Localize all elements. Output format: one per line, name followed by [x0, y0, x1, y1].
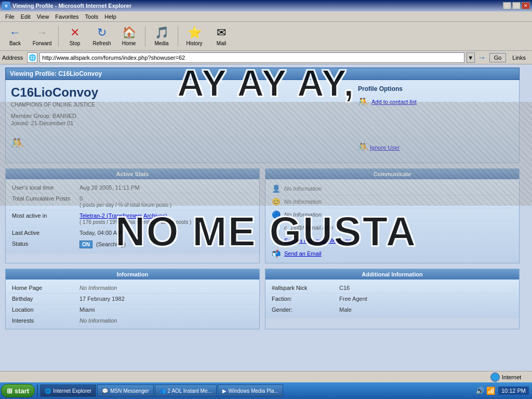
- forward-button[interactable]: → Forward: [29, 23, 55, 49]
- member-group-value: BANNED: [52, 113, 76, 119]
- send-pm-link[interactable]: Send a Personal Message: [284, 237, 351, 244]
- go-button[interactable]: Go: [489, 53, 507, 62]
- send-email-link[interactable]: Send an Email: [284, 250, 322, 257]
- ignore-user-row: 🤼 Ignore User: [358, 142, 514, 152]
- mostactive-link[interactable]: Teletran-2 (Transformers Archives): [79, 212, 167, 219]
- menu-file[interactable]: File: [2, 12, 18, 21]
- comm-val-0: No Information: [284, 185, 322, 192]
- taskbar-item-wmp[interactable]: ▶ Windows Media Pla...: [218, 384, 283, 397]
- address-bar: Address 🌐 ▼ → Go Links: [0, 51, 532, 64]
- addl-val-faction: Free Agent: [339, 296, 513, 302]
- media-button[interactable]: 🎵 Media: [149, 23, 175, 49]
- info-row-homepage: Home Page No Information: [9, 283, 256, 294]
- status-on-badge: ON: [79, 241, 92, 248]
- info-label-homepage: Home Page: [12, 285, 79, 291]
- back-button[interactable]: ← Back: [2, 23, 28, 49]
- profile-left: C16LioConvoy CHAMPIONS OF ONLINE JUSTICE…: [11, 85, 348, 149]
- home-button[interactable]: 🏠 Home: [116, 23, 142, 49]
- minimize-button[interactable]: −: [503, 2, 511, 9]
- stat-row-posts: Total Cumulative Posts 0( posts per day …: [9, 193, 256, 210]
- back-label: Back: [9, 41, 21, 46]
- taskbar-wmp-icon: ▶: [222, 388, 227, 394]
- comm-icon-pm: ✉️: [272, 236, 280, 245]
- forward-label: Forward: [33, 41, 52, 46]
- address-go-arrow[interactable]: →: [477, 52, 487, 63]
- addl-label-nick: #allspark Nick: [272, 285, 339, 291]
- comm-row-pm: ✉️ Send a Personal Message: [269, 234, 516, 247]
- comm-row-sendemail: 📬 Send an Email: [269, 247, 516, 260]
- taskbar-item-aol[interactable]: 👥 2 AOL Instant Me...: [155, 384, 217, 397]
- links-label: Links: [508, 54, 530, 62]
- info-header: Information: [6, 269, 259, 280]
- info-row-interests: Interests No Information: [9, 315, 256, 326]
- taskbar-item-ie[interactable]: 🌐 Internet Explorer: [40, 384, 96, 397]
- menu-bar: File Edit View Favorites Tools Help: [0, 11, 532, 22]
- start-label: start: [15, 387, 29, 395]
- stat-row-mostactive: Most active in Teletran-2 (Transformers …: [9, 210, 256, 228]
- profile-wrap: Viewing Profile: C16LioConvoy C16LioConv…: [0, 64, 532, 338]
- member-group-label: Member Group:: [11, 113, 51, 119]
- stat-row-localtime: User's local time Aug 28 2005, 11:11 PM: [9, 182, 256, 193]
- taskbar-item-msn[interactable]: 💬 MSN Messenger: [97, 384, 153, 397]
- info-val-birthday: 17 February 1982: [79, 296, 253, 302]
- profile-main-box: C16LioConvoy CHAMPIONS OF ONLINE JUSTICE…: [5, 80, 520, 163]
- mail-button[interactable]: ✉ Mail: [208, 23, 234, 49]
- stat-value-localtime: Aug 28 2005, 11:11 PM: [79, 184, 253, 191]
- taskbar-ie-icon: 🌐: [45, 388, 51, 394]
- info-label-interests: Interests: [12, 317, 79, 324]
- mail-label: Mail: [217, 41, 226, 46]
- menu-view[interactable]: View: [34, 12, 52, 21]
- menu-edit[interactable]: Edit: [18, 12, 34, 21]
- toolbar-separator-1: [58, 26, 59, 47]
- addl-val-nick: C16: [339, 285, 513, 291]
- menu-favorites[interactable]: Favorites: [52, 12, 82, 21]
- stat-value-posts: 0( posts per day / % of total forum post…: [79, 195, 253, 208]
- active-stats-box: Active Stats User's local time Aug 28 20…: [5, 168, 260, 263]
- add-contact-link[interactable]: Add to contact list: [371, 99, 417, 105]
- ignore-user-link[interactable]: Ignore User: [370, 144, 400, 151]
- taskbar-msn-icon: 💬: [102, 388, 108, 394]
- close-button[interactable]: ✕: [522, 2, 530, 9]
- refresh-button[interactable]: ↻ Refresh: [89, 23, 115, 49]
- additional-header: Additional Information: [265, 269, 519, 280]
- taskbar: ⊞ start 🌐 Internet Explorer 💬 MSN Messen…: [0, 382, 532, 399]
- address-page-icon: 🌐: [27, 52, 37, 63]
- zone-icon: 🌐: [490, 373, 500, 382]
- info-label-location: Location: [12, 307, 79, 313]
- address-dropdown[interactable]: ▼: [467, 52, 475, 63]
- communicate-box: Communicate 👤 No Information 😊 No Inform…: [265, 168, 520, 263]
- comm-icon-email: 📧: [272, 223, 280, 232]
- browser-content: AY AY AY, NO ME GUSTA Viewing Profile: C…: [0, 64, 532, 371]
- addl-row-nick: #allspark Nick C16: [269, 283, 516, 294]
- history-icon: ⭐: [188, 26, 202, 39]
- comm-row-email: 📧 c_16@hotmail.com: [269, 221, 516, 234]
- stop-button[interactable]: ✕ Stop: [62, 23, 88, 49]
- additional-content: #allspark Nick C16 Faction: Free Agent G…: [265, 280, 519, 318]
- address-input[interactable]: [39, 52, 464, 63]
- comm-email-val: c_16@hotmail.com: [284, 224, 333, 231]
- mail-icon: ✉: [217, 26, 226, 39]
- start-icon: ⊞: [7, 387, 12, 395]
- profile-options-links: 🤼 Add to contact list 🤼 Ignore User: [358, 97, 514, 152]
- taskbar-aol-icon: 👥: [159, 388, 166, 394]
- comm-row-1: 😊 No Information: [269, 195, 516, 208]
- comm-icon-0: 👤: [272, 184, 280, 193]
- history-button[interactable]: ⭐ History: [181, 23, 207, 49]
- status-bar: 🌐 Internet: [0, 371, 532, 382]
- joined-row: Joined: 21-December 01: [11, 120, 348, 126]
- menu-tools[interactable]: Tools: [82, 12, 102, 21]
- sys-icon-network: 🔊: [475, 387, 484, 395]
- stat-row-status: Status ON (Searching): [9, 238, 256, 250]
- taskbar-ie-label: Internet Explorer: [53, 388, 91, 394]
- active-stats-content: User's local time Aug 28 2005, 11:11 PM …: [6, 179, 259, 254]
- refresh-label: Refresh: [92, 41, 111, 46]
- maximize-button[interactable]: □: [512, 2, 521, 9]
- home-icon: 🏠: [122, 26, 136, 39]
- window-title: Viewing Profile - Microsoft Internet Exp…: [12, 3, 131, 9]
- stat-label-posts: Total Cumulative Posts: [12, 195, 79, 202]
- menu-help[interactable]: Help: [101, 12, 119, 21]
- comm-icon-2: 🔵: [272, 210, 280, 219]
- start-button[interactable]: ⊞ start: [1, 384, 35, 397]
- toolbar-separator-2: [145, 26, 145, 47]
- profile-subtitle: CHAMPIONS OF ONLINE JUSTICE: [11, 102, 348, 108]
